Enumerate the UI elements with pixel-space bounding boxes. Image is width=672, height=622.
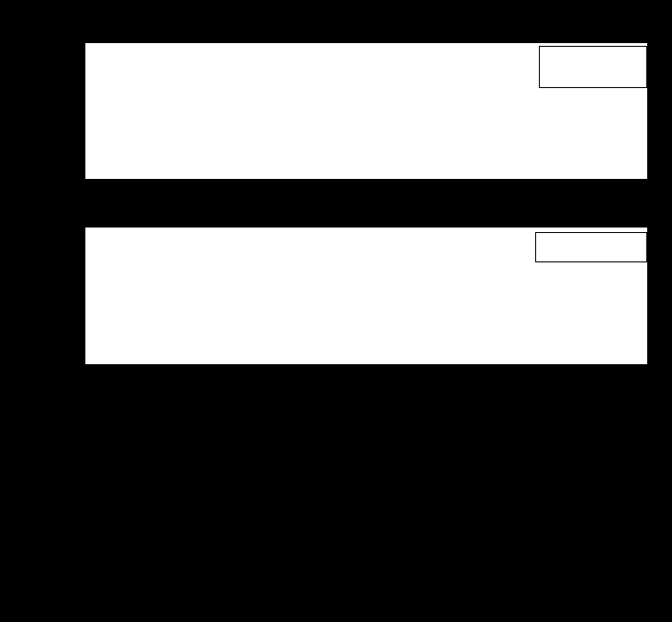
figure [0, 0, 672, 622]
denoising-legend [539, 46, 647, 88]
noise-legend [535, 232, 647, 262]
